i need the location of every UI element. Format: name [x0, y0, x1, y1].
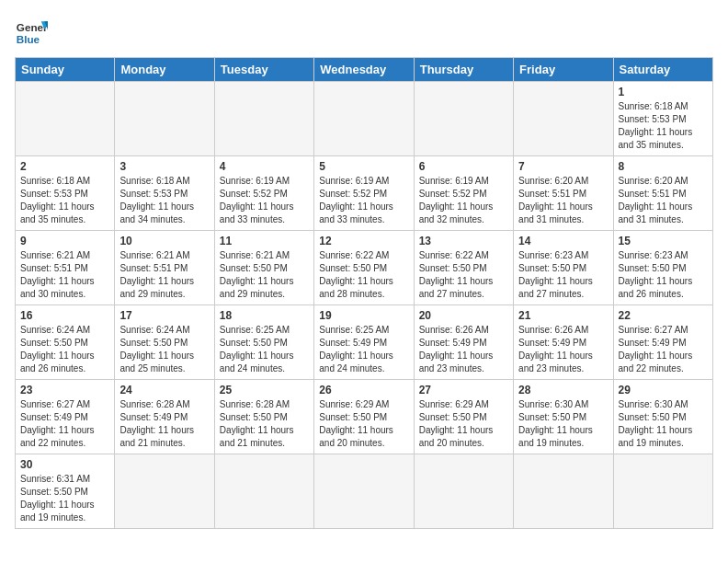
day-info: Sunrise: 6:22 AMSunset: 5:50 PMDaylight:… [319, 249, 408, 301]
day-number: 23 [20, 384, 109, 396]
calendar-day-cell [214, 82, 313, 156]
weekday-header-sunday: Sunday [16, 58, 115, 82]
day-number: 9 [20, 235, 109, 247]
day-info: Sunrise: 6:19 AMSunset: 5:52 PMDaylight:… [419, 175, 508, 226]
day-info: Sunrise: 6:21 AMSunset: 5:51 PMDaylight:… [20, 249, 109, 301]
calendar-day-cell: 25Sunrise: 6:28 AMSunset: 5:50 PMDayligh… [214, 380, 313, 454]
day-info: Sunrise: 6:20 AMSunset: 5:51 PMDaylight:… [518, 175, 608, 226]
day-number: 13 [419, 235, 508, 247]
day-number: 30 [20, 458, 109, 471]
calendar-day-cell: 20Sunrise: 6:26 AMSunset: 5:49 PMDayligh… [414, 305, 513, 380]
day-number: 18 [220, 309, 309, 322]
day-info: Sunrise: 6:25 AMSunset: 5:49 PMDaylight:… [319, 324, 408, 375]
calendar-day-cell: 29Sunrise: 6:30 AMSunset: 5:50 PMDayligh… [613, 380, 712, 454]
calendar-day-cell: 12Sunrise: 6:22 AMSunset: 5:50 PMDayligh… [314, 231, 414, 305]
weekday-header-friday: Friday [514, 58, 613, 82]
day-number: 14 [518, 235, 608, 247]
day-number: 24 [119, 384, 209, 396]
calendar-week-row: 9Sunrise: 6:21 AMSunset: 5:51 PMDaylight… [16, 231, 713, 305]
day-info: Sunrise: 6:27 AMSunset: 5:49 PMDaylight:… [20, 398, 109, 450]
day-info: Sunrise: 6:21 AMSunset: 5:51 PMDaylight:… [119, 249, 209, 301]
logo-icon: General Blue [15, 15, 48, 48]
calendar-day-cell: 15Sunrise: 6:23 AMSunset: 5:50 PMDayligh… [613, 231, 712, 305]
day-number: 10 [119, 235, 209, 247]
calendar-day-cell: 21Sunrise: 6:26 AMSunset: 5:49 PMDayligh… [514, 305, 613, 380]
calendar-day-cell: 19Sunrise: 6:25 AMSunset: 5:49 PMDayligh… [314, 305, 414, 380]
day-info: Sunrise: 6:20 AMSunset: 5:51 PMDaylight:… [619, 175, 708, 226]
day-number: 20 [419, 309, 508, 322]
calendar-day-cell: 30Sunrise: 6:31 AMSunset: 5:50 PMDayligh… [16, 454, 115, 529]
calendar-day-cell: 14Sunrise: 6:23 AMSunset: 5:50 PMDayligh… [514, 231, 613, 305]
calendar-day-cell [214, 454, 313, 529]
calendar-day-cell [414, 82, 513, 156]
day-number: 25 [220, 384, 309, 396]
day-number: 27 [419, 384, 508, 396]
calendar-day-cell [314, 454, 414, 529]
day-info: Sunrise: 6:19 AMSunset: 5:52 PMDaylight:… [319, 175, 408, 226]
day-number: 6 [419, 160, 508, 173]
calendar-day-cell [314, 82, 414, 156]
calendar-week-row: 2Sunrise: 6:18 AMSunset: 5:53 PMDaylight… [16, 156, 713, 231]
day-info: Sunrise: 6:24 AMSunset: 5:50 PMDaylight:… [119, 324, 209, 375]
calendar-day-cell [115, 82, 214, 156]
day-number: 22 [619, 309, 708, 322]
calendar-day-cell: 5Sunrise: 6:19 AMSunset: 5:52 PMDaylight… [314, 156, 414, 231]
day-number: 8 [619, 160, 708, 173]
calendar-day-cell: 1Sunrise: 6:18 AMSunset: 5:53 PMDaylight… [613, 82, 712, 156]
svg-text:Blue: Blue [17, 33, 40, 45]
calendar-day-cell: 4Sunrise: 6:19 AMSunset: 5:52 PMDaylight… [214, 156, 313, 231]
day-number: 16 [20, 309, 109, 322]
calendar-day-cell: 22Sunrise: 6:27 AMSunset: 5:49 PMDayligh… [613, 305, 712, 380]
weekday-header-tuesday: Tuesday [214, 58, 313, 82]
day-info: Sunrise: 6:21 AMSunset: 5:50 PMDaylight:… [220, 249, 309, 301]
day-info: Sunrise: 6:18 AMSunset: 5:53 PMDaylight:… [20, 175, 109, 226]
day-number: 17 [119, 309, 209, 322]
weekday-header-saturday: Saturday [613, 58, 712, 82]
day-info: Sunrise: 6:30 AMSunset: 5:50 PMDaylight:… [518, 398, 608, 450]
day-info: Sunrise: 6:26 AMSunset: 5:49 PMDaylight:… [518, 324, 608, 375]
calendar-day-cell: 9Sunrise: 6:21 AMSunset: 5:51 PMDaylight… [16, 231, 115, 305]
calendar-day-cell: 7Sunrise: 6:20 AMSunset: 5:51 PMDaylight… [514, 156, 613, 231]
calendar-day-cell: 3Sunrise: 6:18 AMSunset: 5:53 PMDaylight… [115, 156, 214, 231]
day-info: Sunrise: 6:25 AMSunset: 5:50 PMDaylight:… [220, 324, 309, 375]
calendar-day-cell: 6Sunrise: 6:19 AMSunset: 5:52 PMDaylight… [414, 156, 513, 231]
day-info: Sunrise: 6:24 AMSunset: 5:50 PMDaylight:… [20, 324, 109, 375]
day-number: 5 [319, 160, 408, 173]
day-info: Sunrise: 6:29 AMSunset: 5:50 PMDaylight:… [319, 398, 408, 450]
calendar-day-cell: 23Sunrise: 6:27 AMSunset: 5:49 PMDayligh… [16, 380, 115, 454]
day-number: 11 [220, 235, 309, 247]
calendar-day-cell [514, 82, 613, 156]
day-number: 29 [619, 384, 708, 396]
day-info: Sunrise: 6:18 AMSunset: 5:53 PMDaylight:… [619, 100, 708, 152]
calendar-day-cell: 26Sunrise: 6:29 AMSunset: 5:50 PMDayligh… [314, 380, 414, 454]
calendar-day-cell: 17Sunrise: 6:24 AMSunset: 5:50 PMDayligh… [115, 305, 214, 380]
calendar-day-cell: 16Sunrise: 6:24 AMSunset: 5:50 PMDayligh… [16, 305, 115, 380]
day-number: 3 [119, 160, 209, 173]
calendar-week-row: 23Sunrise: 6:27 AMSunset: 5:49 PMDayligh… [16, 380, 713, 454]
calendar-day-cell: 11Sunrise: 6:21 AMSunset: 5:50 PMDayligh… [214, 231, 313, 305]
day-info: Sunrise: 6:29 AMSunset: 5:50 PMDaylight:… [419, 398, 508, 450]
day-number: 2 [20, 160, 109, 173]
calendar-day-cell [414, 454, 513, 529]
calendar-week-row: 1Sunrise: 6:18 AMSunset: 5:53 PMDaylight… [16, 82, 713, 156]
calendar-day-cell: 8Sunrise: 6:20 AMSunset: 5:51 PMDaylight… [613, 156, 712, 231]
day-number: 26 [319, 384, 408, 396]
calendar-day-cell: 13Sunrise: 6:22 AMSunset: 5:50 PMDayligh… [414, 231, 513, 305]
day-info: Sunrise: 6:23 AMSunset: 5:50 PMDaylight:… [619, 249, 708, 301]
weekday-header-row: SundayMondayTuesdayWednesdayThursdayFrid… [16, 58, 713, 82]
calendar-week-row: 30Sunrise: 6:31 AMSunset: 5:50 PMDayligh… [16, 454, 713, 529]
day-number: 1 [619, 86, 708, 98]
day-info: Sunrise: 6:23 AMSunset: 5:50 PMDaylight:… [518, 249, 608, 301]
calendar-day-cell: 10Sunrise: 6:21 AMSunset: 5:51 PMDayligh… [115, 231, 214, 305]
calendar-week-row: 16Sunrise: 6:24 AMSunset: 5:50 PMDayligh… [16, 305, 713, 380]
day-number: 19 [319, 309, 408, 322]
day-info: Sunrise: 6:27 AMSunset: 5:49 PMDaylight:… [619, 324, 708, 375]
day-info: Sunrise: 6:28 AMSunset: 5:50 PMDaylight:… [220, 398, 309, 450]
page-header: General Blue [15, 15, 713, 48]
calendar-day-cell [613, 454, 712, 529]
calendar-table: SundayMondayTuesdayWednesdayThursdayFrid… [15, 57, 713, 529]
day-number: 28 [518, 384, 608, 396]
logo: General Blue [15, 15, 48, 48]
calendar-day-cell [16, 82, 115, 156]
day-info: Sunrise: 6:28 AMSunset: 5:49 PMDaylight:… [119, 398, 209, 450]
